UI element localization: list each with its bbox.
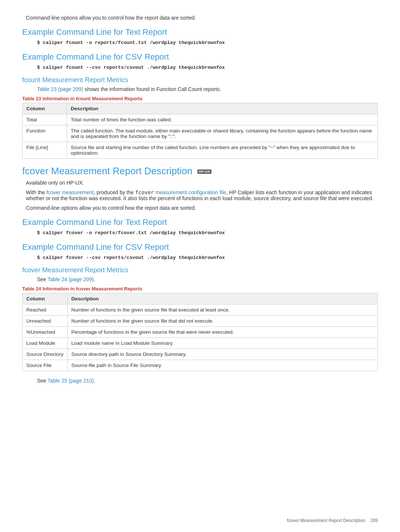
footer-section-name: fcover Measurement Report Description: [287, 518, 366, 523]
table25-link[interactable]: Table 25 (page 210): [48, 378, 94, 384]
row-loadmodule-label: Load Module: [23, 338, 68, 349]
table-row: Reached Number of functions in the given…: [23, 304, 378, 316]
row-function-label: Function: [23, 125, 67, 142]
fcover-metrics-heading: fcover Measurement Report Metrics: [22, 266, 378, 274]
row-pctunreached-desc: Percentage of functions in the given sou…: [67, 327, 377, 338]
fcover-text-report-heading: Example Command Line for Text Report: [22, 218, 378, 227]
col-header-column: Column: [23, 103, 67, 114]
fcover-metrics-see: See Table 24 (page 209).: [37, 276, 378, 282]
fcover-description-heading: fcover Measurement Report Description HP…: [22, 165, 378, 177]
fcover-metrics-see-after: See Table 25 (page 210).: [37, 378, 378, 384]
fcover-metrics-table: Column Description Reached Number of fun…: [22, 293, 378, 371]
fcover-code-inline: fcover: [135, 189, 154, 195]
fcount-metrics-heading: fcount Measurement Report Metrics: [22, 76, 378, 84]
table23-link[interactable]: Table 23 (page 209): [37, 86, 83, 92]
fcover-csv-report-code: $ caliper fcover --csv reports/csvout ./…: [37, 255, 378, 260]
row-fileline-desc: Source file and starting line number of …: [67, 142, 378, 159]
table24-label: Table 24 Information in fcover Measureme…: [22, 286, 378, 292]
fcount-metrics-body-text: shows the information found in Function …: [84, 86, 221, 92]
table24-link[interactable]: Table 24 (page 209): [48, 276, 94, 282]
fcover-available-text: Available only on HP-UX.: [26, 180, 378, 186]
table-row: Total Total number of times the function…: [23, 114, 378, 125]
col-header-column2: Column: [23, 293, 68, 304]
table-row: Source Directory Source directory path i…: [23, 349, 378, 360]
hpux-badge: HP-UX: [197, 169, 212, 174]
fcount-text-report-code: $ caliper fcount -o reports/fcount.txt /…: [37, 40, 378, 46]
row-loadmodule-desc: Load module name in Load Module Summary.: [67, 338, 377, 349]
row-fileline-label: File [Line]: [23, 142, 67, 159]
page-footer: fcover Measurement Report Description 20…: [287, 518, 378, 523]
col-header-description: Description: [67, 103, 378, 114]
table-row: Load Module Load module name in Load Mod…: [23, 338, 378, 349]
table-row: Unreached Number of functions in the giv…: [23, 316, 378, 327]
fcover-text-report-code: $ caliper fcover -o reports/fcover.txt /…: [37, 230, 378, 236]
fcover-measurement-link[interactable]: fcover measurement: [46, 189, 94, 195]
table23-label: Table 23 Information in fcount Measureme…: [22, 96, 378, 101]
intro-text: Command-line options allow you to contro…: [26, 15, 378, 21]
row-reached-desc: Number of functions in the given source …: [67, 304, 377, 316]
table-row: %Unreached Percentage of functions in th…: [23, 327, 378, 338]
fcover-description-body1: With the fcover measurement, produced by…: [26, 189, 378, 201]
footer-page-number: 209: [370, 518, 378, 523]
row-function-desc: The called function. The load module, ei…: [67, 125, 378, 142]
row-unreached-desc: Number of functions in the given source …: [67, 316, 377, 327]
fcount-metrics-table: Column Description Total Total number of…: [22, 103, 378, 159]
row-sourcefile-label: Source File: [23, 360, 68, 371]
row-sourcefile-desc: Source-file path in Source File Summary.: [67, 360, 377, 371]
table-row: Source File Source-file path in Source F…: [23, 360, 378, 371]
fcover-description-body2: Command-line options allow you to contro…: [26, 205, 378, 211]
row-unreached-label: Unreached: [23, 316, 68, 327]
fcover-csv-report-heading: Example Command Line for CSV Report: [22, 242, 378, 252]
fcount-metrics-body: Table 23 (page 209) shows the informatio…: [37, 86, 378, 92]
row-total-desc: Total number of times the function was c…: [67, 114, 378, 125]
row-total-label: Total: [23, 114, 67, 125]
row-sourcedir-label: Source Directory: [23, 349, 68, 360]
fcover-description-heading-text: fcover Measurement Report Description: [22, 165, 193, 176]
fcount-text-report-heading: Example Command Line for Text Report: [22, 27, 378, 37]
table-row: Function The called function. The load m…: [23, 125, 378, 142]
row-sourcedir-desc: Source directory path in Source Director…: [67, 349, 377, 360]
row-reached-label: Reached: [23, 304, 68, 316]
fcount-csv-report-code: $ caliper fcount --csv reports/csvout ./…: [37, 65, 378, 70]
fcover-config-link[interactable]: measurement configuration file: [155, 189, 226, 195]
row-pctunreached-label: %Unreached: [23, 327, 68, 338]
fcount-csv-report-heading: Example Command Line for CSV Report: [22, 52, 378, 62]
table-row: File [Line] Source file and starting lin…: [23, 142, 378, 159]
col-header-description2: Description: [67, 293, 377, 304]
